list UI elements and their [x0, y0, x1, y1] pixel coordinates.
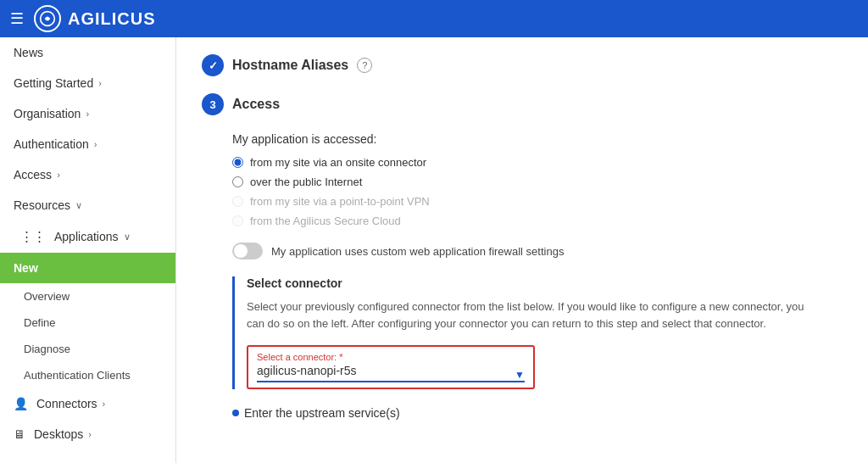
sidebar-item-new-label: New	[14, 261, 38, 275]
radio-onsite[interactable]: from my site via an onsite connector	[232, 156, 843, 169]
step-access-badge: 3	[202, 93, 224, 115]
dropdown-arrow-icon[interactable]: ▼	[515, 369, 525, 381]
connector-desc: Select your previously configured connec…	[247, 298, 823, 332]
chevron-right-icon: ›	[86, 109, 89, 119]
sidebar-item-getting-started-label: Getting Started	[14, 76, 93, 90]
select-value: agilicus-nanopi-r5s	[257, 364, 525, 377]
radio-vpn-label: from my site via a point-to-point VPN	[250, 195, 430, 208]
step-access-header: 3 Access	[202, 93, 843, 115]
step-hostname-title: Hostname Aliases	[232, 58, 348, 73]
chevron-right-icon: ›	[98, 78, 102, 88]
waf-toggle[interactable]	[232, 243, 263, 259]
step-access-title: Access	[232, 97, 280, 112]
hamburger-menu-icon[interactable]: ☰	[10, 9, 24, 28]
sidebar-item-new[interactable]: New	[0, 253, 175, 283]
sidebar-item-organisation[interactable]: Organisation ›	[0, 98, 175, 129]
sidebar-item-getting-started[interactable]: Getting Started ›	[0, 68, 175, 98]
chevron-right-icon: ›	[88, 429, 92, 439]
sidebar-item-resources-label: Resources	[14, 198, 70, 212]
radio-onsite-label: from my site via an onsite connector	[250, 156, 426, 169]
radio-vpn-input	[232, 196, 243, 207]
sidebar-item-authentication-label: Authentication	[14, 137, 89, 151]
grid-icon: ⋮⋮	[20, 229, 46, 244]
upstream-section: Enter the upstream service(s)	[232, 406, 843, 420]
chevron-right-icon: ›	[94, 139, 97, 149]
toggle-row: My application uses custom web applicati…	[232, 243, 843, 259]
sidebar-item-news[interactable]: News	[0, 37, 175, 68]
main-layout: News Getting Started › Organisation › Au…	[0, 37, 868, 463]
sidebar-item-auth-clients[interactable]: Authentication Clients	[0, 362, 175, 388]
access-label: My application is accessed:	[232, 132, 843, 146]
sidebar-item-access-label: Access	[14, 168, 52, 181]
sidebar-item-diagnose[interactable]: Diagnose	[0, 336, 175, 362]
sidebar-item-define[interactable]: Define	[0, 310, 175, 336]
radio-internet-label: over the public Internet	[250, 176, 362, 188]
radio-vpn: from my site via a point-to-point VPN	[232, 195, 843, 208]
sidebar-item-diagnose-label: Diagnose	[24, 343, 70, 355]
sidebar-item-applications[interactable]: ⋮⋮ Applications ∨	[0, 220, 175, 253]
logo-area: AGILICUS	[34, 5, 156, 32]
chevron-down-icon: ∨	[124, 232, 131, 243]
chevron-right-icon: ›	[103, 399, 106, 409]
upstream-label: Enter the upstream service(s)	[232, 406, 843, 420]
radio-internet-input[interactable]	[232, 176, 243, 187]
sidebar-item-overview[interactable]: Overview	[0, 283, 175, 310]
access-section: My application is accessed: from my site…	[202, 132, 843, 420]
sidebar-item-organisation-label: Organisation	[14, 107, 81, 120]
top-nav-bar: ☰ AGILICUS	[0, 0, 868, 37]
sidebar-item-desktops[interactable]: 🖥 Desktops ›	[0, 419, 175, 449]
step-hostname-header: ✓ Hostname Aliases ?	[202, 54, 843, 76]
select-label: Select a connector: *	[257, 352, 525, 362]
radio-internet[interactable]: over the public Internet	[232, 176, 843, 188]
select-underline	[257, 381, 525, 382]
sidebar-item-access[interactable]: Access ›	[0, 159, 175, 190]
radio-group: from my site via an onsite connector ove…	[232, 156, 843, 227]
sidebar-item-authentication[interactable]: Authentication ›	[0, 129, 175, 159]
logo-icon	[34, 5, 61, 32]
radio-cloud: from the Agilicus Secure Cloud	[232, 215, 843, 227]
logo-text: AGILICUS	[68, 9, 156, 29]
sidebar-item-applications-label: Applications	[54, 230, 119, 243]
upstream-label-text: Enter the upstream service(s)	[244, 406, 400, 420]
sidebar-item-overview-label: Overview	[24, 290, 70, 303]
toggle-label: My application uses custom web applicati…	[271, 245, 564, 258]
chevron-down-icon: ∨	[75, 200, 82, 211]
radio-onsite-input[interactable]	[232, 157, 243, 168]
chevron-right-icon: ›	[57, 170, 60, 180]
sidebar-item-connectors[interactable]: 👤 Connectors ›	[0, 388, 175, 419]
sidebar-item-define-label: Define	[24, 316, 56, 329]
main-content: ✓ Hostname Aliases ? 3 Access My applica…	[176, 37, 868, 463]
sidebar-item-connectors-label: Connectors	[36, 397, 97, 410]
radio-cloud-input	[232, 215, 243, 226]
connector-section: Select connector Select your previously …	[232, 276, 843, 389]
radio-cloud-label: from the Agilicus Secure Cloud	[250, 215, 401, 227]
person-icon: 👤	[14, 397, 28, 410]
bullet-icon	[232, 410, 239, 416]
monitor-icon: 🖥	[14, 427, 25, 441]
help-icon[interactable]: ?	[357, 58, 372, 73]
sidebar-item-resources[interactable]: Resources ∨	[0, 190, 175, 220]
sidebar-item-desktops-label: Desktops	[34, 427, 83, 441]
sidebar-item-news-label: News	[14, 46, 43, 59]
connector-title: Select connector	[247, 276, 843, 290]
step-hostname-badge: ✓	[202, 54, 224, 76]
connector-select-wrapper[interactable]: Select a connector: * agilicus-nanopi-r5…	[247, 345, 535, 389]
sidebar: News Getting Started › Organisation › Au…	[0, 37, 176, 463]
sidebar-item-auth-clients-label: Authentication Clients	[24, 369, 131, 382]
